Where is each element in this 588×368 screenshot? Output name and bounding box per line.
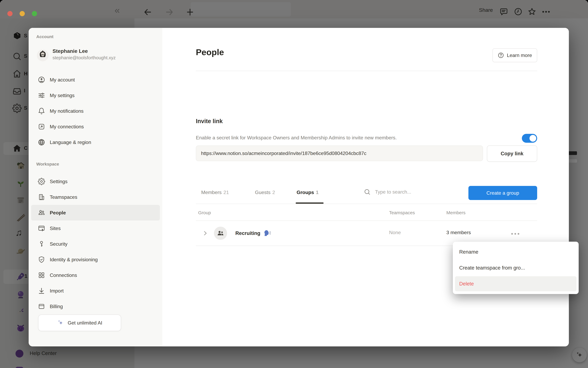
sidebar-item-settings[interactable]: Settings bbox=[31, 174, 160, 189]
sidebar-item-security[interactable]: Security bbox=[31, 236, 160, 252]
account-menu: My account My settings My notifications … bbox=[31, 72, 160, 150]
account-section-label: Account bbox=[36, 34, 54, 39]
invite-link-input[interactable] bbox=[196, 146, 483, 161]
group-people-icon bbox=[217, 230, 224, 237]
group-name: Recruiting bbox=[235, 230, 271, 237]
sidebar-item-identity-provisioning[interactable]: Identity & provisioning bbox=[31, 252, 160, 267]
minimize-window-button[interactable] bbox=[20, 11, 25, 16]
learn-more-button[interactable]: Learn more bbox=[492, 48, 537, 62]
search-input[interactable] bbox=[375, 189, 441, 195]
settings-main: People Learn more Invite link Enable a s… bbox=[162, 28, 569, 346]
import-arrow-icon bbox=[38, 287, 45, 294]
key-icon bbox=[38, 240, 45, 248]
sliders-icon bbox=[38, 92, 45, 99]
workspace-menu: Settings Teamspaces People Sites Securit… bbox=[31, 174, 160, 314]
arrow-up-right-square-icon bbox=[38, 123, 45, 130]
group-context-menu: Rename Create teamspace from gro... Dele… bbox=[453, 242, 579, 294]
sidebar-item-my-account[interactable]: My account bbox=[31, 72, 160, 88]
active-tab-underline bbox=[296, 202, 323, 204]
sidebar-item-my-connections[interactable]: My connections bbox=[31, 119, 160, 134]
divider bbox=[196, 71, 537, 71]
menu-item-rename[interactable]: Rename bbox=[455, 244, 577, 259]
invite-link-toggle[interactable] bbox=[522, 134, 537, 143]
user-avatar bbox=[37, 50, 48, 61]
browser-cursor-icon bbox=[38, 225, 45, 232]
column-header-group: Group bbox=[198, 210, 211, 215]
shield-check-icon bbox=[38, 256, 45, 263]
globe-icon bbox=[38, 138, 45, 146]
group-teamspaces-cell: None bbox=[389, 230, 401, 235]
sidebar-item-teamspaces[interactable]: Teamspaces bbox=[31, 189, 160, 205]
copy-link-button[interactable]: Copy link bbox=[487, 146, 537, 162]
account-user-row[interactable]: Stephanie Lee stephanie@toolsforthought.… bbox=[37, 47, 116, 61]
zoom-window-button[interactable] bbox=[32, 11, 37, 16]
create-group-button[interactable]: Create a group bbox=[469, 186, 537, 200]
page-edge-light-bar bbox=[568, 159, 577, 163]
group-search[interactable] bbox=[364, 188, 441, 195]
column-header-teamspaces: Teamspaces bbox=[389, 210, 415, 215]
bell-icon bbox=[38, 107, 45, 115]
page-edge-dark-bar bbox=[568, 151, 577, 155]
get-unlimited-ai-button[interactable]: Get unlimited AI bbox=[38, 314, 121, 331]
speaking-head-emoji-icon bbox=[264, 230, 271, 237]
invite-link-heading: Invite link bbox=[196, 118, 223, 125]
gear-icon bbox=[38, 178, 45, 185]
sidebar-item-import[interactable]: Import bbox=[31, 283, 160, 299]
expand-chevron-icon[interactable] bbox=[202, 230, 208, 237]
invite-link-description: Enable a secret link for Workspace Owner… bbox=[196, 134, 453, 142]
search-icon bbox=[364, 188, 371, 195]
person-circle-icon bbox=[38, 76, 45, 83]
sidebar-item-billing[interactable]: Billing bbox=[31, 299, 160, 314]
menu-item-delete[interactable]: Delete bbox=[455, 276, 577, 291]
sidebar-item-connections[interactable]: Connections bbox=[31, 267, 160, 283]
user-email: stephanie@toolsforthought.xyz bbox=[53, 55, 116, 61]
column-header-members: Members bbox=[446, 210, 466, 215]
group-avatar bbox=[214, 227, 227, 240]
toggle-knob bbox=[530, 135, 536, 142]
building-icon bbox=[38, 193, 45, 201]
page-title: People bbox=[196, 47, 224, 57]
close-window-button[interactable] bbox=[7, 11, 13, 16]
sidebar-item-language-region[interactable]: Language & region bbox=[31, 134, 160, 150]
sparkles-icon bbox=[57, 319, 64, 326]
row-menu-ellipsis-icon[interactable] bbox=[510, 232, 520, 236]
user-name: Stephanie Lee bbox=[53, 47, 116, 55]
group-members-cell: 3 members bbox=[446, 230, 471, 235]
sidebar-item-sites[interactable]: Sites bbox=[31, 221, 160, 236]
grid-icon bbox=[38, 272, 45, 279]
question-circle-icon bbox=[498, 52, 504, 58]
sidebar-item-my-notifications[interactable]: My notifications bbox=[31, 103, 160, 119]
tabs-divider bbox=[196, 204, 537, 204]
settings-modal: Account Stephanie Lee stephanie@toolsfor… bbox=[29, 28, 569, 346]
user-identity: Stephanie Lee stephanie@toolsforthought.… bbox=[53, 47, 116, 61]
sidebar-item-my-settings[interactable]: My settings bbox=[31, 88, 160, 103]
tab-guests[interactable]: Guests2 bbox=[255, 190, 275, 195]
traffic-lights bbox=[7, 11, 37, 16]
tab-members[interactable]: Members21 bbox=[201, 190, 229, 195]
workspace-section-label: Workspace bbox=[36, 162, 59, 167]
menu-item-create-teamspace[interactable]: Create teamspace from gro... bbox=[455, 260, 577, 275]
settings-sidebar: Account Stephanie Lee stephanie@toolsfor… bbox=[29, 28, 162, 346]
tab-groups[interactable]: Groups1 bbox=[297, 190, 319, 195]
credit-card-icon bbox=[38, 303, 45, 310]
sidebar-item-people[interactable]: People bbox=[31, 205, 160, 221]
people-icon bbox=[38, 209, 45, 216]
